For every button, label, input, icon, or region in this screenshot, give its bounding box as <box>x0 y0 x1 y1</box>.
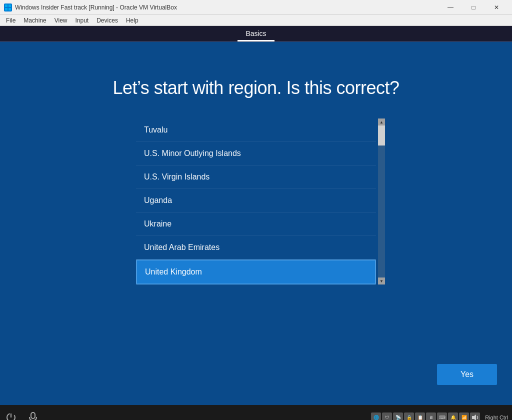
svg-marker-9 <box>472 414 476 420</box>
region-list: Tuvalu U.S. Minor Outlying Islands U.S. … <box>136 118 376 284</box>
app-icon <box>4 4 12 12</box>
taskbar-right: 🌐 🛡 📡 🔒 📋 🖥 ⌨ 🔔 📶 Right Ctrl <box>371 412 508 420</box>
menu-devices[interactable]: Devices <box>92 16 122 25</box>
tray-shield-icon[interactable]: 🛡 <box>382 412 392 420</box>
sys-tray: 🌐 🛡 📡 🔒 📋 🖥 ⌨ 🔔 📶 <box>371 412 480 420</box>
tray-volume-icon[interactable] <box>470 412 480 420</box>
title-bar: Windows Insider Fast track [Running] - O… <box>0 0 512 15</box>
window-title: Windows Insider Fast track [Running] - O… <box>15 4 439 11</box>
vm-header: Basics <box>0 26 512 42</box>
oobe-title: Let’s start with region. Is this correct… <box>112 77 399 98</box>
tray-keyboard-icon[interactable]: ⌨ <box>437 412 447 420</box>
tray-monitor-icon[interactable]: 🖥 <box>426 412 436 420</box>
right-ctrl-label: Right Ctrl <box>485 414 508 420</box>
menu-help[interactable]: Help <box>122 16 142 25</box>
vm-screen: Let’s start with region. Is this correct… <box>0 42 512 405</box>
tray-globe-icon[interactable]: 🌐 <box>371 412 381 420</box>
menu-machine[interactable]: Machine <box>20 16 50 25</box>
scrollbar-arrow-down[interactable]: ▼ <box>378 278 385 284</box>
maximize-button[interactable]: □ <box>462 0 485 15</box>
region-item-tuvalu[interactable]: Tuvalu <box>136 118 376 142</box>
scrollbar-thumb[interactable] <box>378 126 385 146</box>
region-item-uganda[interactable]: Uganda <box>136 189 376 212</box>
region-item-uk[interactable]: United Kingdom <box>136 260 376 284</box>
svg-rect-6 <box>31 412 35 418</box>
basics-tab[interactable]: Basics <box>238 26 274 42</box>
close-button[interactable]: ✕ <box>485 0 508 15</box>
region-item-uae[interactable]: United Arab Emirates <box>136 236 376 260</box>
tray-bell-icon[interactable]: 🔔 <box>448 412 458 420</box>
svg-rect-3 <box>8 8 11 10</box>
menu-input[interactable]: Input <box>72 16 93 25</box>
taskbar-left <box>4 410 40 420</box>
yes-button[interactable]: Yes <box>437 364 497 385</box>
region-list-container: Tuvalu U.S. Minor Outlying Islands U.S. … <box>136 118 376 284</box>
minimize-button[interactable]: — <box>439 0 462 15</box>
svg-rect-1 <box>8 4 11 7</box>
region-item-us-virgin[interactable]: U.S. Virgin Islands <box>136 166 376 189</box>
tray-wifi-icon[interactable]: 📶 <box>459 412 469 420</box>
tray-lock-icon[interactable]: 🔒 <box>404 412 414 420</box>
window-controls: — □ ✕ <box>439 0 508 15</box>
menu-view[interactable]: View <box>50 16 72 25</box>
svg-rect-0 <box>5 4 8 7</box>
scrollbar-track[interactable]: ▲ ▼ <box>378 118 385 284</box>
scrollbar-arrow-up[interactable]: ▲ <box>378 118 385 126</box>
tray-clipboard-icon[interactable]: 📋 <box>415 412 425 420</box>
tray-network-icon[interactable]: 📡 <box>393 412 403 420</box>
svg-rect-2 <box>5 8 8 10</box>
menu-bar: File Machine View Input Devices Help <box>0 15 512 26</box>
taskbar: 🌐 🛡 📡 🔒 📋 🖥 ⌨ 🔔 📶 Right Ctrl <box>0 405 512 420</box>
power-icon[interactable] <box>4 410 18 420</box>
menu-file[interactable]: File <box>2 16 20 25</box>
mic-icon[interactable] <box>26 410 40 420</box>
region-item-us-minor[interactable]: U.S. Minor Outlying Islands <box>136 142 376 166</box>
region-item-ukraine[interactable]: Ukraine <box>136 212 376 236</box>
